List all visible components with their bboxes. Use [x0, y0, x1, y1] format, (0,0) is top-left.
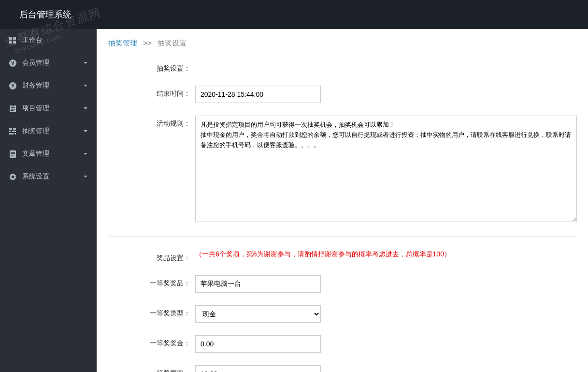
- divider: [108, 236, 577, 237]
- end-time-label: 结束时间：: [147, 86, 190, 98]
- breadcrumb: 抽奖管理 >> 抽奖设置: [108, 39, 577, 48]
- chevron-down-icon: [82, 150, 89, 157]
- prize1-name-input[interactable]: [195, 275, 321, 293]
- breadcrumb-link[interactable]: 抽奖管理: [108, 39, 137, 47]
- sidebar: 工作台 V 会员管理 ¥ 财务管理 项目管理: [0, 29, 97, 372]
- svg-rect-18: [14, 133, 16, 134]
- svg-rect-17: [9, 133, 14, 134]
- prize1-amount-input[interactable]: [195, 335, 321, 353]
- svg-rect-14: [13, 128, 16, 130]
- prize-hint: （一共6个奖项，第6为谢谢参与，请酌情把谢谢参与的概率考虑进去，总概率是100）: [195, 246, 451, 258]
- sidebar-item-dashboard[interactable]: 工作台: [0, 29, 97, 52]
- section-label: 抽奖设置：: [147, 60, 190, 73]
- sidebar-item-label: 项目管理: [22, 104, 82, 113]
- sidebar-item-finance[interactable]: ¥ 财务管理: [0, 74, 97, 97]
- svg-rect-20: [11, 152, 15, 153]
- member-icon: V: [8, 58, 17, 68]
- end-time-input[interactable]: [195, 86, 321, 103]
- finance-icon: ¥: [8, 81, 17, 90]
- prize1-prob-input[interactable]: [195, 365, 321, 372]
- sidebar-item-article[interactable]: 文章管理: [0, 143, 97, 165]
- svg-text:¥: ¥: [11, 83, 14, 89]
- svg-rect-2: [9, 41, 12, 44]
- svg-rect-15: [9, 131, 11, 132]
- svg-rect-9: [11, 105, 14, 106]
- svg-rect-12: [11, 110, 14, 111]
- chevron-down-icon: [82, 128, 89, 134]
- lottery-icon: [8, 126, 17, 136]
- sidebar-item-label: 工作台: [22, 36, 89, 45]
- svg-rect-16: [12, 131, 16, 132]
- clipboard-icon: [8, 104, 17, 113]
- sidebar-item-label: 抽奖管理: [22, 127, 82, 135]
- chevron-down-icon: [82, 82, 89, 89]
- rules-textarea[interactable]: 凡是投资指定项目的用户均可获得一次抽奖机会，抽奖机会可以累加！ 抽中现金的用户，…: [195, 116, 577, 222]
- sidebar-item-member[interactable]: V 会员管理: [0, 52, 97, 74]
- rules-label: 活动规则：: [147, 116, 190, 128]
- breadcrumb-current: 抽奖设置: [158, 39, 186, 47]
- sidebar-item-label: 系统设置: [22, 172, 82, 181]
- header: 后台管理系统: [0, 0, 588, 29]
- sidebar-item-project[interactable]: 项目管理: [0, 97, 97, 120]
- chevron-down-icon: [82, 173, 89, 180]
- header-title: 后台管理系统: [19, 9, 72, 20]
- sidebar-item-label: 财务管理: [22, 81, 82, 90]
- svg-rect-13: [9, 128, 12, 130]
- grid-icon: [8, 35, 17, 45]
- sidebar-item-label: 文章管理: [22, 149, 82, 158]
- prize1-type-select[interactable]: 现金: [195, 305, 321, 323]
- svg-text:V: V: [11, 60, 14, 66]
- breadcrumb-separator: >>: [143, 39, 152, 47]
- chevron-down-icon: [82, 60, 89, 66]
- sidebar-item-label: 会员管理: [22, 59, 82, 67]
- svg-rect-11: [11, 109, 15, 110]
- doc-icon: [8, 149, 17, 159]
- svg-rect-10: [11, 107, 15, 108]
- svg-rect-22: [11, 155, 14, 156]
- main-content: 抽奖管理 >> 抽奖设置 抽奖设置： 结束时间： 活动规则： 凡是投资指定项目的…: [97, 29, 588, 372]
- chevron-down-icon: [82, 105, 89, 112]
- sidebar-item-system[interactable]: 系统设置: [0, 165, 97, 188]
- prize1-name-label: 一等奖奖品：: [147, 275, 190, 288]
- prize1-amount-label: 一等奖奖金：: [147, 335, 190, 348]
- gear-icon: [8, 172, 17, 181]
- sidebar-item-lottery[interactable]: 抽奖管理: [0, 120, 97, 143]
- svg-rect-21: [11, 153, 15, 154]
- svg-rect-3: [13, 41, 16, 44]
- prize1-type-label: 一等奖类型：: [147, 305, 190, 318]
- svg-rect-0: [9, 37, 12, 40]
- prize-section-label: 奖品设置：: [147, 250, 190, 263]
- prize1-prob-label: 一等奖概率：: [147, 365, 190, 372]
- svg-rect-1: [13, 37, 16, 40]
- svg-point-23: [11, 175, 14, 178]
